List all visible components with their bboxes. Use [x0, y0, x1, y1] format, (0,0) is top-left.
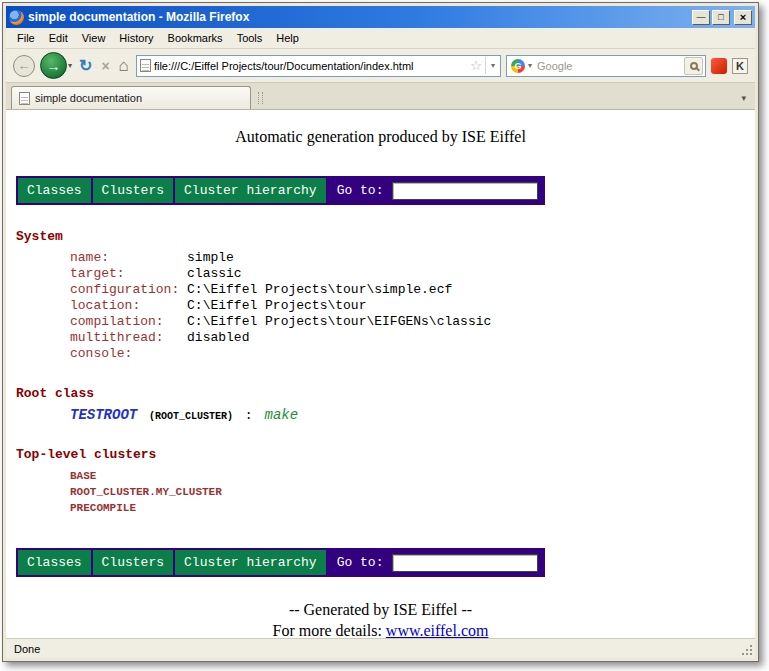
footer-details-prefix: For more details:: [273, 622, 386, 638]
stop-icon: ×: [101, 58, 109, 74]
resize-grip[interactable]: [740, 643, 752, 655]
cluster-list: BASE ROOT_CLUSTER.MY_CLUSTER PRECOMPILE: [70, 468, 755, 516]
forward-icon: →: [47, 58, 61, 74]
goto-input-top[interactable]: [392, 182, 538, 200]
row-key: console:: [70, 346, 187, 361]
root-class-line: TESTROOT (ROOT_CLUSTER) : make: [70, 407, 755, 423]
row-value: C:\Eiffel Projects\tour\EIFGENs\classic: [187, 314, 491, 329]
titlebar[interactable]: simple documentation - Mozilla Firefox —…: [6, 6, 755, 28]
row-value: classic: [187, 266, 242, 281]
goto-section: Go to:: [328, 178, 544, 203]
root-class-section-title: Root class: [16, 386, 755, 401]
row-value: simple: [187, 250, 234, 265]
extension-icon-k[interactable]: K: [732, 58, 748, 74]
clusters-button[interactable]: Clusters: [93, 550, 173, 575]
menu-view[interactable]: View: [76, 29, 112, 47]
doc-nav-top: Classes Clusters Cluster hierarchy Go to…: [16, 176, 755, 205]
row-key: target:: [70, 266, 187, 281]
system-row-console: console:: [70, 346, 755, 362]
system-row-target: target: classic: [70, 266, 755, 282]
url-bar[interactable]: ☆ ▾: [136, 55, 501, 77]
cluster-link-base[interactable]: BASE: [70, 468, 755, 484]
menu-history[interactable]: History: [113, 29, 159, 47]
cluster-link-root-cluster[interactable]: ROOT_CLUSTER.MY_CLUSTER: [70, 484, 755, 500]
row-value: C:\Eiffel Projects\tour: [187, 298, 366, 313]
magnifier-icon: [690, 62, 698, 70]
root-separator: :: [245, 408, 253, 423]
window-title: simple documentation - Mozilla Firefox: [28, 10, 688, 24]
tab-strip-handle: [258, 92, 263, 104]
goto-section: Go to:: [328, 550, 544, 575]
menu-tools[interactable]: Tools: [231, 29, 269, 47]
maximize-button[interactable]: □: [712, 10, 730, 25]
stop-button[interactable]: ×: [99, 59, 111, 73]
tab-list-dropdown[interactable]: ▾: [737, 93, 750, 103]
row-key: compilation:: [70, 314, 187, 329]
system-section-title: System: [16, 229, 755, 244]
url-input[interactable]: [154, 58, 467, 74]
extension-icon-red[interactable]: [711, 58, 727, 74]
tab-simple-documentation[interactable]: simple documentation: [11, 86, 251, 109]
search-input[interactable]: [535, 59, 681, 73]
goto-input-bottom[interactable]: [392, 554, 538, 572]
url-history-dropdown-icon[interactable]: ▾: [485, 57, 497, 74]
cluster-hierarchy-button[interactable]: Cluster hierarchy: [175, 178, 326, 203]
search-engine-dropdown-icon[interactable]: ▾: [528, 61, 532, 70]
page-heading: Automatic generation produced by ISE Eif…: [6, 128, 755, 146]
menu-help[interactable]: Help: [270, 29, 305, 47]
doc-nav-strip: Classes Clusters Cluster hierarchy Go to…: [16, 548, 545, 577]
creation-feature-link[interactable]: make: [264, 407, 298, 423]
clusters-button[interactable]: Clusters: [93, 178, 173, 203]
home-icon: ⌂: [119, 56, 129, 75]
cluster-hierarchy-button[interactable]: Cluster hierarchy: [175, 550, 326, 575]
goto-label: Go to:: [337, 183, 384, 198]
search-bar[interactable]: G ▾: [506, 55, 706, 77]
root-cluster-ref[interactable]: (ROOT_CLUSTER): [149, 411, 233, 422]
maximize-icon: □: [718, 13, 723, 22]
system-row-compilation: compilation: C:\Eiffel Projects\tour\EIF…: [70, 314, 755, 330]
system-row-configuration: configuration: C:\Eiffel Projects\tour\s…: [70, 282, 755, 298]
tab-page-icon: [19, 92, 30, 105]
firefox-window: simple documentation - Mozilla Firefox —…: [2, 2, 759, 662]
google-icon: G: [511, 59, 525, 73]
minimize-button[interactable]: —: [692, 10, 710, 25]
system-row-location: location: C:\Eiffel Projects\tour: [70, 298, 755, 314]
goto-label: Go to:: [337, 555, 384, 570]
reload-icon: ↻: [79, 57, 92, 74]
row-key: configuration:: [70, 282, 187, 297]
row-value: disabled: [187, 330, 249, 345]
reload-button[interactable]: ↻: [77, 58, 94, 74]
menu-file[interactable]: File: [11, 29, 41, 47]
doc-nav-bottom: Classes Clusters Cluster hierarchy Go to…: [16, 548, 755, 577]
classes-button[interactable]: Classes: [18, 178, 91, 203]
cluster-link-precompile[interactable]: PRECOMPILE: [70, 500, 755, 516]
forward-group: → ▾: [40, 52, 72, 79]
back-button[interactable]: ←: [13, 55, 35, 77]
footer-generated-line: -- Generated by ISE Eiffel --: [6, 601, 755, 619]
row-key: multithread:: [70, 330, 187, 345]
search-go-button[interactable]: [684, 57, 703, 75]
close-icon: ×: [740, 12, 746, 23]
menu-bookmarks[interactable]: Bookmarks: [162, 29, 229, 47]
system-row-name: name: simple: [70, 250, 755, 266]
tab-label: simple documentation: [35, 92, 142, 104]
window-controls: — □ ×: [692, 10, 752, 25]
back-icon: ←: [18, 58, 31, 73]
history-dropdown-icon[interactable]: ▾: [68, 61, 72, 70]
navigation-toolbar: ← → ▾ ↻ × ⌂ ☆ ▾ G ▾ K: [6, 49, 755, 83]
root-class-link[interactable]: TESTROOT: [70, 407, 137, 423]
eiffel-website-link[interactable]: www.eiffel.com: [386, 622, 489, 638]
menubar: File Edit View History Bookmarks Tools H…: [6, 28, 755, 49]
page-content: Automatic generation produced by ISE Eif…: [6, 110, 755, 638]
page-favicon-icon: [140, 59, 151, 72]
status-text: Done: [14, 643, 40, 655]
home-button[interactable]: ⌂: [117, 57, 131, 74]
forward-button[interactable]: →: [40, 52, 67, 79]
bookmark-star-icon[interactable]: ☆: [470, 59, 482, 72]
classes-button[interactable]: Classes: [18, 550, 91, 575]
row-key: location:: [70, 298, 187, 313]
menu-edit[interactable]: Edit: [43, 29, 74, 47]
system-rows: name: simple target: classic configurati…: [6, 250, 755, 362]
close-button[interactable]: ×: [734, 10, 752, 25]
minimize-icon: —: [697, 13, 706, 22]
